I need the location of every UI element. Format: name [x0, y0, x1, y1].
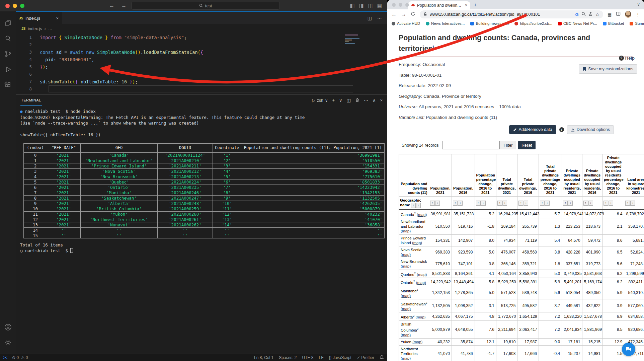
- toggle-panel-left-icon[interactable]: ◧: [350, 3, 354, 9]
- download-options-button[interactable]: Download options: [567, 125, 614, 134]
- footnote-2-link[interactable]: 2: [413, 280, 415, 283]
- more-actions-icon[interactable]: ⋯: [377, 15, 382, 21]
- sort-descending-button[interactable]: ↓: [435, 201, 440, 206]
- geo-map-link[interactable]: (map): [416, 281, 426, 285]
- footnote-2-link[interactable]: 2: [416, 288, 418, 291]
- run-debug-icon[interactable]: [0, 62, 16, 77]
- maximize-panel-icon[interactable]: ∧: [373, 98, 376, 103]
- menu-kebab-icon[interactable]: ⋮: [636, 12, 640, 17]
- close-panel-icon[interactable]: ×: [380, 98, 383, 103]
- sort-ascending-button[interactable]: ↑: [563, 201, 568, 206]
- add-remove-data-button[interactable]: Add/Remove data: [509, 125, 556, 134]
- search-icon[interactable]: [581, 12, 586, 17]
- help-link[interactable]: ? Help: [619, 56, 635, 61]
- sort-descending-button[interactable]: ↓: [502, 201, 507, 206]
- extensions-icon[interactable]: [0, 77, 16, 92]
- reload-icon[interactable]: [411, 11, 415, 17]
- geo-map-link[interactable]: (map): [412, 340, 422, 344]
- sort-ascending-button[interactable]: ↑: [540, 201, 545, 206]
- account-icon[interactable]: [4, 319, 12, 335]
- profile-avatar[interactable]: [625, 11, 631, 18]
- footnote-2-link[interactable]: 2: [414, 272, 416, 275]
- close-tab-icon[interactable]: ×: [465, 3, 467, 8]
- sort-ascending-button[interactable]: ↑: [476, 201, 481, 206]
- geo-map-link[interactable]: (map): [401, 252, 411, 257]
- terminal-tab[interactable]: TERMINAL: [20, 95, 42, 106]
- customize-layout-icon[interactable]: ▦: [377, 3, 382, 9]
- geo-map-link[interactable]: (map): [417, 272, 427, 276]
- geo-map-link[interactable]: (map): [401, 307, 411, 311]
- address-bar[interactable]: www150.statcan.gc.ca/t1/tbl1/en/tv.actio…: [420, 10, 603, 18]
- bookmark-star-icon[interactable]: ☆: [595, 12, 600, 17]
- help-label[interactable]: Help: [625, 56, 635, 61]
- sort-ascending-button[interactable]: ↑: [453, 201, 458, 206]
- footnote-2-link[interactable]: 2: [426, 301, 427, 304]
- sort-ascending-button[interactable]: ↑: [497, 201, 502, 206]
- geo-map-link[interactable]: (map): [401, 294, 411, 298]
- breadcrumb[interactable]: JS index.js › …: [16, 24, 387, 33]
- terminal-dropdown-icon[interactable]: ∨: [339, 98, 342, 103]
- search-sidebar-icon[interactable]: [0, 31, 16, 46]
- geo-map-link[interactable]: (map): [417, 213, 427, 217]
- save-customizations-button[interactable]: Save my customizations: [579, 64, 637, 74]
- sort-descending-button[interactable]: ↓: [545, 201, 550, 206]
- settings-gear-icon[interactable]: [4, 335, 12, 350]
- browser-tab-active[interactable]: Population and dwelling counts ×: [408, 1, 470, 9]
- geo-map-link[interactable]: (map): [401, 229, 411, 233]
- zoom-window-button[interactable]: [20, 4, 24, 8]
- toggle-panel-bottom-icon[interactable]: ◨: [359, 3, 364, 9]
- back-icon[interactable]: ←: [109, 3, 114, 9]
- remote-indicator-icon[interactable]: ><: [3, 355, 7, 360]
- notifications-bell-icon[interactable]: [380, 355, 384, 360]
- footnote-2-link[interactable]: 2: [413, 314, 414, 317]
- sort-descending-button[interactable]: ↓: [524, 201, 528, 206]
- sort-descending-button[interactable]: ↓: [481, 201, 486, 206]
- bookmark-item[interactable]: Building newsinte...: [470, 21, 509, 25]
- more-actions-icon[interactable]: ⋯: [364, 98, 368, 103]
- tab-search-chevron-icon[interactable]: ∨: [637, 2, 640, 7]
- back-icon[interactable]: ←: [391, 11, 397, 17]
- footnote-2-link[interactable]: 2: [417, 327, 419, 331]
- share-icon[interactable]: [588, 12, 593, 17]
- toggle-panel-right-icon[interactable]: ◫: [368, 3, 373, 9]
- bookmark-item[interactable]: https://scribe2.cb...: [514, 21, 552, 25]
- geo-map-link[interactable]: (map): [412, 241, 422, 245]
- status-item[interactable]: UTF-8: [302, 355, 314, 360]
- chat-fab-button[interactable]: [622, 343, 635, 356]
- sort-descending-button[interactable]: ↓: [568, 201, 573, 206]
- side-panel-icon[interactable]: [616, 11, 621, 17]
- bookmark-item[interactable]: News Interactives...: [426, 21, 465, 25]
- sort-ascending-button[interactable]: ↑: [603, 201, 608, 206]
- sort-descending-button[interactable]: ↓: [416, 203, 421, 208]
- footnote-2-link[interactable]: 2: [414, 212, 416, 215]
- minimap[interactable]: [345, 34, 360, 45]
- status-item[interactable]: ✓ Prettier: [357, 355, 374, 360]
- sort-descending-button[interactable]: ↓: [458, 201, 463, 206]
- tab-index-js[interactable]: JS index.js ×: [16, 12, 62, 24]
- sort-ascending-button[interactable]: ↑: [518, 201, 523, 206]
- sort-descending-button[interactable]: ↓: [630, 201, 635, 206]
- bookmark-item[interactable]: CBC News Net Pr...: [558, 21, 597, 25]
- shell-selector[interactable]: ▷zsh∨: [312, 98, 328, 103]
- info-icon[interactable]: i: [559, 127, 564, 132]
- zoom-window-button[interactable]: [405, 3, 409, 7]
- geo-map-link[interactable]: (map): [415, 315, 425, 319]
- google-icon[interactable]: G: [575, 12, 578, 17]
- close-window-button[interactable]: [392, 3, 396, 7]
- status-item[interactable]: Spaces: 2: [279, 355, 297, 360]
- sort-descending-button[interactable]: ↓: [609, 201, 613, 206]
- close-tab-icon[interactable]: ×: [56, 16, 59, 21]
- problems-indicator[interactable]: ⊘ 0 ⚠ 0: [12, 355, 28, 360]
- split-terminal-icon[interactable]: ◫: [347, 98, 351, 103]
- bookmark-item[interactable]: Bitbucket: [603, 21, 624, 25]
- extension-icon[interactable]: ▦: [608, 12, 612, 17]
- status-item[interactable]: Ln 8, Col 1: [254, 355, 273, 360]
- filter-button[interactable]: Filter: [500, 141, 516, 149]
- geo-map-link[interactable]: (map): [401, 264, 411, 268]
- footnote-1-link[interactable]: 1: [432, 45, 434, 49]
- sort-ascending-button[interactable]: ↑: [430, 201, 435, 206]
- terminal-output[interactable]: ● naelshiab test $ node index(node:93028…: [16, 106, 387, 354]
- status-item[interactable]: {} JavaScript: [329, 355, 351, 360]
- source-control-icon[interactable]: [0, 46, 16, 62]
- minimize-window-button[interactable]: [399, 3, 402, 7]
